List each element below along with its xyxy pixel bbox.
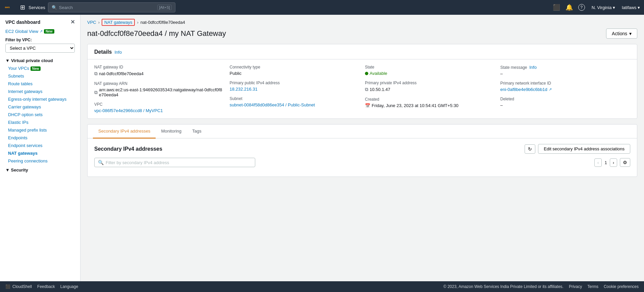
privacy-link[interactable]: Privacy: [569, 284, 582, 289]
nat-gateway-id-value: ⧉ nat-0dfccf0f8e70eeda4: [94, 71, 224, 77]
detail-primary-public-ipv4: Primary public IPv4 address 18.232.216.3…: [230, 81, 360, 92]
new-badge: New: [44, 29, 54, 34]
services-nav[interactable]: Services: [29, 5, 45, 10]
connectivity-type-value: Public: [230, 71, 360, 76]
deleted-value: –: [500, 103, 631, 108]
vpc-label: VPC: [94, 102, 224, 107]
sidebar-item-your-vpcs[interactable]: Your VPCs New: [0, 64, 80, 72]
tab-monitoring[interactable]: Monitoring: [156, 125, 187, 139]
sidebar-item-route-tables[interactable]: Route tables: [0, 80, 80, 88]
secondary-ipv4-filter-input[interactable]: [106, 160, 252, 165]
copy-icon-private-ip[interactable]: ⧉: [365, 87, 368, 92]
sidebar-section-vpc[interactable]: ▼ Virtual private cloud: [0, 55, 80, 64]
grid-icon[interactable]: ⊞: [20, 4, 25, 11]
detail-nat-gateway-id: NAT gateway ID ⧉ nat-0dfccf0f8e70eeda4: [94, 65, 224, 77]
external-link-icon: ↗: [40, 29, 43, 34]
sidebar-item-subnets[interactable]: Subnets: [0, 72, 80, 80]
tab-secondary-ipv4[interactable]: Secondary IPv4 addresses: [93, 125, 156, 139]
filter-label: Filter by VPC:: [5, 38, 75, 42]
sidebar-filter: Filter by VPC: Select a VPC: [0, 35, 80, 55]
state-message-value: –: [500, 71, 631, 76]
section-title: Secondary IPv4 addresses: [94, 146, 162, 152]
section-title-row: Secondary IPv4 addresses ↻ Edit secondar…: [94, 144, 630, 154]
feedback-link[interactable]: Feedback: [37, 284, 55, 289]
pagination-page-num: 1: [604, 160, 607, 165]
top-navigation: aws ⊞ Services 🔍 [Alt+S] ⬛ 🔔 ? N. Virgin…: [0, 0, 644, 15]
nat-gateway-arn-value: ⧉ arn:aws:ec2:us-east-1:946926035343:nat…: [94, 87, 224, 97]
detail-primary-network-interface: Primary network interface ID eni-0af8be4…: [500, 81, 631, 92]
subnet-link[interactable]: subnet-0084f58d0d86ee354 / Public-Subnet: [230, 102, 315, 107]
primary-private-ipv4-value: ⧉ 10.50.1.47: [365, 87, 495, 92]
details-title: Details: [94, 49, 112, 55]
sidebar-item-endpoints[interactable]: Endpoints: [0, 134, 80, 142]
edit-secondary-ipv4-button[interactable]: Edit secondary IPv4 address associations: [538, 144, 630, 154]
eni-link[interactable]: eni-0af8be4e9b6c6bb1d: [500, 87, 547, 92]
details-info-link[interactable]: Info: [114, 50, 122, 55]
copy-icon-arn[interactable]: ⧉: [94, 90, 98, 95]
vpc-link[interactable]: vpc-086f57e4e2966ccd8 / MyVPC1: [94, 108, 163, 113]
actions-button[interactable]: Actions ▾: [606, 29, 637, 39]
terms-link[interactable]: Terms: [587, 284, 598, 289]
sidebar-item-carrier-gateways[interactable]: Carrier gateways: [0, 103, 80, 111]
primary-private-ipv4-label: Primary private IPv4 address: [365, 81, 495, 85]
sidebar-header: VPC dashboard ✕: [0, 15, 80, 28]
detail-nat-gateway-arn: NAT gateway ARN ⧉ arn:aws:ec2:us-east-1:…: [94, 81, 224, 97]
vpc-filter-select[interactable]: Select a VPC: [5, 44, 75, 53]
pagination-next-button[interactable]: ›: [610, 158, 617, 167]
subnet-label: Subnet: [230, 96, 360, 101]
content-area: VPC › NAT gateways › nat-0dfccf0f8e70eed…: [80, 15, 644, 281]
help-icon[interactable]: ?: [578, 4, 585, 11]
tab-tags[interactable]: Tags: [187, 125, 207, 139]
pagination-prev-button[interactable]: ‹: [594, 158, 602, 167]
sidebar-item-endpoint-services[interactable]: Endpoint services: [0, 142, 80, 149]
primary-network-interface-value: eni-0af8be4e9b6c6bb1d ↗: [500, 87, 631, 92]
breadcrumb-vpc-link[interactable]: VPC: [87, 20, 96, 25]
terminal-icon[interactable]: ⬛: [553, 4, 560, 11]
sidebar-item-managed-prefix-lists[interactable]: Managed prefix lists: [0, 126, 80, 134]
user-menu[interactable]: latifaws ▾: [622, 5, 640, 10]
chevron-down-icon-security: ▼: [5, 167, 11, 173]
sidebar-item-internet-gateways[interactable]: Internet gateways: [0, 88, 80, 95]
primary-public-ipv4-label: Primary public IPv4 address: [230, 81, 360, 85]
copy-icon-ngw-id[interactable]: ⧉: [94, 71, 98, 77]
created-label: Created: [365, 97, 495, 102]
search-input[interactable]: [59, 5, 155, 10]
state-value: Available: [365, 71, 495, 76]
table-settings-button[interactable]: ⚙: [620, 158, 630, 167]
sidebar-item-dhcp-option-sets[interactable]: DHCP option sets: [0, 111, 80, 118]
sidebar-item-egress-only-gateways[interactable]: Egress-only internet gateways: [0, 95, 80, 103]
sidebar-close-button[interactable]: ✕: [70, 19, 75, 25]
sidebar-item-nat-gateways[interactable]: NAT gateways: [0, 149, 80, 157]
cookie-preferences-link[interactable]: Cookie preferences: [604, 284, 639, 289]
detail-group-col1: NAT gateway ID ⧉ nat-0dfccf0f8e70eeda4 N…: [94, 65, 224, 113]
breadcrumb-nat-gateways-link[interactable]: NAT gateways: [102, 19, 135, 26]
details-card-header: Details Info: [88, 44, 637, 59]
primary-network-interface-label: Primary network interface ID: [500, 81, 631, 86]
detail-deleted: Deleted –: [500, 97, 631, 108]
tabs-container: Secondary IPv4 addresses Monitoring Tags…: [87, 124, 637, 177]
state-dot: [365, 72, 368, 75]
cloudshell-icon: ⬛: [5, 284, 10, 289]
state-message-label: State message Info: [500, 65, 631, 70]
cloudshell-button[interactable]: ⬛ CloudShell: [5, 284, 32, 289]
sidebar-ec2-global-view[interactable]: EC2 Global View ↗ New: [0, 28, 80, 35]
nat-gateway-id-label: NAT gateway ID: [94, 65, 224, 69]
sidebar-item-elastic-ips[interactable]: Elastic IPs: [0, 118, 80, 126]
created-value: 📅 Friday, June 23, 2023 at 10:54:41 GMT+…: [365, 103, 495, 108]
sidebar-item-peering-connections[interactable]: Peering connections: [0, 157, 80, 165]
bell-icon[interactable]: 🔔: [566, 4, 573, 11]
search-icon: 🔍: [52, 5, 57, 10]
bottom-bar: ⬛ CloudShell Feedback Language © 2023, A…: [0, 281, 644, 292]
primary-public-ipv4-link[interactable]: 18.232.216.31: [230, 87, 258, 92]
filter-input-wrap: 🔍: [94, 158, 255, 167]
chevron-down-icon: ▼: [5, 58, 10, 63]
detail-connectivity-type: Connectivity type Public: [230, 65, 360, 76]
connectivity-type-label: Connectivity type: [230, 65, 360, 69]
language-link[interactable]: Language: [60, 284, 78, 289]
refresh-button[interactable]: ↻: [525, 144, 535, 154]
detail-vpc: VPC vpc-086f57e4e2966ccd8 / MyVPC1: [94, 102, 224, 113]
region-selector[interactable]: N. Virginia ▾: [592, 5, 615, 10]
search-bar: 🔍 [Alt+S]: [48, 2, 175, 12]
details-grid: NAT gateway ID ⧉ nat-0dfccf0f8e70eeda4 N…: [88, 59, 637, 118]
state-message-info-link[interactable]: Info: [529, 65, 537, 70]
